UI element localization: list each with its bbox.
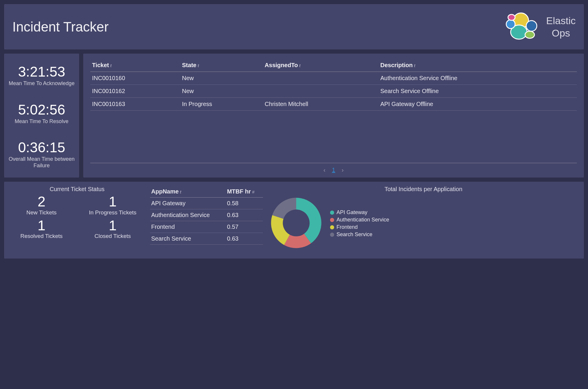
table-row[interactable]: Frontend 0.57 (150, 221, 263, 233)
page-title: Incident Tracker (12, 19, 109, 35)
tickets-table: Tickett Statet AssignedTot Descriptiont … (90, 59, 577, 111)
cell-app: API Gateway (150, 198, 226, 209)
cell-app: Frontend (150, 221, 226, 233)
status-count: 2 (9, 194, 74, 209)
sort-icon: t (414, 63, 415, 68)
status-count: 1 (81, 218, 145, 233)
col-mtbfhr[interactable]: MTBF hr# (226, 186, 263, 198)
svg-point-3 (525, 31, 534, 38)
cell-mtbf: 0.63 (226, 233, 263, 245)
status-title: Current Ticket Status (9, 186, 145, 193)
cell-ticket: INC0010162 (90, 85, 180, 98)
status-resolved: 1 Resolved Tickets (9, 218, 74, 239)
cell-app: Authentication Service (150, 209, 226, 221)
legend-item[interactable]: Search Service (330, 231, 389, 238)
cell-description: Authentication Service Offline (379, 72, 577, 85)
sort-icon: t (198, 63, 199, 68)
legend-swatch (330, 218, 334, 222)
brand-line1: Elastic (546, 14, 576, 27)
elastic-logo-icon (503, 10, 541, 44)
header-panel: Incident Tracker Elastic Ops (4, 4, 584, 49)
status-label: New Tickets (9, 209, 74, 216)
table-row[interactable]: API Gateway 0.58 (150, 198, 263, 209)
metric-label: Mean Time To Acknowledge (6, 80, 77, 87)
table-row[interactable]: INC0010160 New Authentication Service Of… (90, 72, 577, 85)
status-label: Closed Tickets (81, 233, 145, 239)
tickets-panel: Tickett Statet AssignedTot Descriptiont … (83, 54, 584, 178)
cell-state: New (180, 85, 263, 98)
sort-icon: t (180, 189, 181, 194)
cell-mtbf: 0.57 (226, 221, 263, 233)
mtbf-table: AppNamet MTBF hr# API Gateway 0.58 Authe… (150, 186, 263, 245)
pager-next-icon[interactable]: › (342, 167, 344, 173)
metric-mtta: 3:21:53 Mean Time To Acknowledge (6, 64, 77, 87)
donut-title: Total Incidents per Application (268, 186, 579, 193)
metric-value: 5:02:56 (6, 102, 77, 118)
table-row[interactable]: INC0010162 New Search Service Offline (90, 85, 577, 98)
legend-item[interactable]: Authentication Service (330, 217, 389, 223)
cell-app: Search Service (150, 233, 226, 245)
col-state[interactable]: Statet (180, 59, 263, 72)
col-description[interactable]: Descriptiont (379, 59, 577, 72)
status-closed: 1 Closed Tickets (81, 218, 145, 239)
cell-assigned: Christen Mitchell (263, 98, 379, 111)
status-label: In Progress Tickets (81, 209, 145, 216)
pager: ‹ 1 › (90, 163, 577, 173)
legend-label: Frontend (337, 224, 358, 230)
svg-point-5 (508, 14, 515, 20)
metric-label: Overall Mean Time between Failure (6, 156, 77, 169)
cell-state: New (180, 72, 263, 85)
brand-text: Elastic Ops (546, 14, 576, 39)
legend-label: API Gateway (337, 209, 367, 216)
cell-description: Search Service Offline (379, 85, 577, 98)
donut-slice[interactable] (272, 198, 296, 219)
bottom-panel: Current Ticket Status 2 New Tickets 1 In… (4, 182, 584, 259)
legend-item[interactable]: API Gateway (330, 209, 389, 216)
status-inprogress: 1 In Progress Tickets (81, 194, 145, 216)
sort-icon: t (110, 63, 111, 68)
cell-assigned (263, 85, 379, 98)
metric-label: Mean Time To Resolve (6, 118, 77, 125)
cell-ticket: INC0010163 (90, 98, 180, 111)
sort-icon: t (299, 63, 301, 68)
status-new: 2 New Tickets (9, 194, 74, 216)
status-block: Current Ticket Status 2 New Tickets 1 In… (9, 186, 145, 252)
status-count: 1 (9, 218, 74, 233)
brand-block: Elastic Ops (503, 10, 576, 44)
col-ticket[interactable]: Tickett (90, 59, 180, 72)
cell-ticket: INC0010160 (90, 72, 180, 85)
cell-mtbf: 0.58 (226, 198, 263, 209)
donut-block: Total Incidents per Application API Gate… (268, 186, 579, 252)
col-assignedto[interactable]: AssignedTot (263, 59, 379, 72)
metric-value: 3:21:53 (6, 64, 77, 80)
legend-swatch (330, 233, 334, 237)
brand-line2: Ops (552, 27, 570, 39)
cell-assigned (263, 72, 379, 85)
donut-legend: API Gateway Authentication Service Front… (330, 209, 389, 238)
svg-point-4 (506, 20, 515, 29)
cell-mtbf: 0.63 (226, 209, 263, 221)
donut-chart (268, 195, 324, 252)
status-label: Resolved Tickets (9, 233, 74, 239)
numeric-sort-icon: # (252, 189, 254, 194)
metric-value: 0:36:15 (6, 139, 77, 155)
table-row[interactable]: Authentication Service 0.63 (150, 209, 263, 221)
table-row[interactable]: INC0010163 In Progress Christen Mitchell… (90, 98, 577, 111)
legend-label: Search Service (337, 231, 372, 238)
cell-state: In Progress (180, 98, 263, 111)
legend-swatch (330, 211, 334, 215)
status-count: 1 (81, 194, 145, 209)
metric-mtbf: 0:36:15 Overall Mean Time between Failur… (6, 139, 77, 169)
col-appname[interactable]: AppNamet (150, 186, 226, 198)
metrics-panel: 3:21:53 Mean Time To Acknowledge 5:02:56… (4, 54, 79, 178)
table-row[interactable]: Search Service 0.63 (150, 233, 263, 245)
svg-point-2 (526, 21, 537, 31)
cell-description: API Gateway Offline (379, 98, 577, 111)
mtbf-block: AppNamet MTBF hr# API Gateway 0.58 Authe… (145, 186, 268, 252)
pager-page[interactable]: 1 (332, 167, 335, 173)
metric-mttr: 5:02:56 Mean Time To Resolve (6, 102, 77, 125)
legend-item[interactable]: Frontend (330, 224, 389, 230)
legend-label: Authentication Service (337, 217, 389, 223)
pager-prev-icon[interactable]: ‹ (324, 167, 326, 173)
legend-swatch (330, 225, 334, 229)
